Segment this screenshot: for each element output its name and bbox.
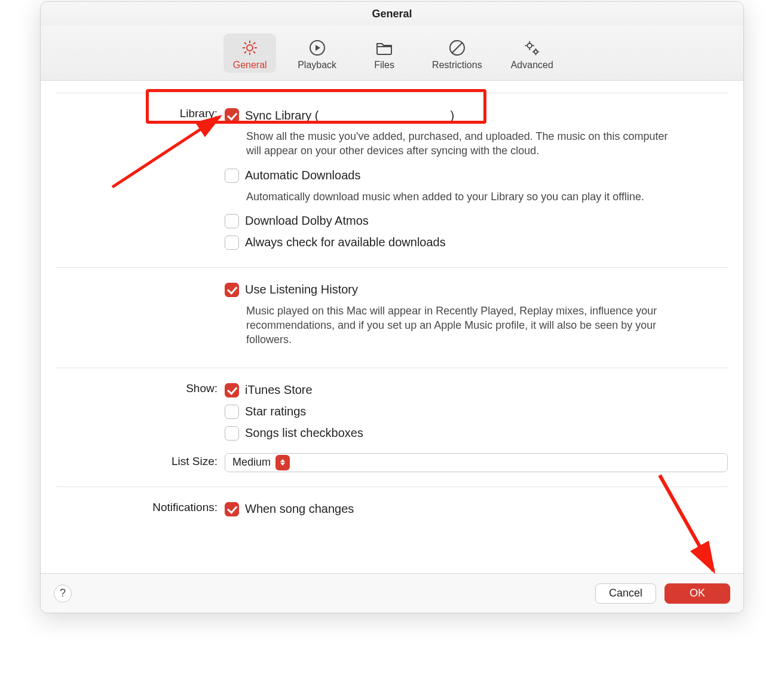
help-icon: ? bbox=[60, 587, 66, 600]
label-notifications: Notifications: bbox=[56, 499, 225, 514]
checkbox-dolby[interactable] bbox=[225, 214, 239, 228]
option-songs-checkboxes[interactable]: Songs list checkboxes bbox=[225, 423, 728, 444]
checkbox-star-ratings[interactable] bbox=[225, 405, 239, 419]
tab-label: Advanced bbox=[511, 60, 553, 71]
checkbox-always-check[interactable] bbox=[225, 236, 239, 250]
option-song-changes[interactable]: When song changes bbox=[225, 499, 728, 519]
tab-label: Playback bbox=[298, 60, 336, 71]
label-show: Show: bbox=[56, 380, 225, 395]
itunes-store-text: iTunes Store bbox=[245, 383, 313, 397]
option-dolby[interactable]: Download Dolby Atmos bbox=[225, 211, 728, 231]
section-library: Library: Sync Library () Show all the mu… bbox=[56, 93, 728, 267]
desc-sync-library: Show all the music you've added, purchas… bbox=[225, 127, 679, 164]
label-list-size: List Size: bbox=[56, 453, 225, 468]
window-title: General bbox=[41, 2, 743, 26]
footer: ? Cancel OK bbox=[41, 573, 743, 613]
tab-restrictions[interactable]: Restrictions bbox=[425, 33, 489, 73]
folder-icon bbox=[373, 37, 395, 59]
always-check-text: Always check for available downloads bbox=[245, 236, 446, 249]
option-itunes-store[interactable]: iTunes Store bbox=[225, 380, 728, 400]
label-library: Library: bbox=[56, 105, 225, 120]
play-icon bbox=[307, 37, 328, 59]
auto-downloads-text: Automatic Downloads bbox=[245, 169, 360, 182]
cancel-button[interactable]: Cancel bbox=[595, 583, 656, 604]
option-always-check[interactable]: Always check for available downloads bbox=[225, 233, 728, 253]
list-size-popup[interactable]: Medium bbox=[225, 453, 728, 472]
sync-library-suffix: ) bbox=[450, 109, 454, 122]
list-size-value: Medium bbox=[232, 456, 271, 469]
tab-general[interactable]: General bbox=[223, 33, 276, 73]
song-changes-text: When song changes bbox=[245, 502, 354, 516]
songs-checkboxes-text: Songs list checkboxes bbox=[245, 426, 363, 440]
tab-files[interactable]: Files bbox=[358, 33, 411, 73]
option-auto-downloads[interactable]: Automatic Downloads bbox=[225, 166, 728, 186]
svg-point-3 bbox=[528, 43, 532, 48]
option-sync-library[interactable]: Sync Library () bbox=[225, 105, 728, 126]
dolby-text: Download Dolby Atmos bbox=[245, 214, 369, 228]
section-notifications: Notifications: When song changes bbox=[56, 487, 728, 534]
tab-label: General bbox=[233, 60, 267, 71]
svg-point-4 bbox=[534, 50, 538, 53]
stepper-arrows-icon bbox=[275, 455, 290, 470]
option-listening-history[interactable]: Use Listening History bbox=[225, 280, 728, 300]
checkbox-auto-downloads[interactable] bbox=[225, 169, 239, 183]
checkbox-itunes-store[interactable] bbox=[225, 383, 239, 397]
listening-history-text: Use Listening History bbox=[245, 283, 358, 296]
desc-auto-downloads: Automatically download music when added … bbox=[225, 187, 679, 210]
option-star-ratings[interactable]: Star ratings bbox=[225, 402, 728, 422]
desc-listening-history: Music played on this Mac will appear in … bbox=[225, 301, 679, 353]
checkbox-listening-history[interactable] bbox=[225, 283, 239, 297]
help-button[interactable]: ? bbox=[54, 585, 72, 603]
sync-library-prefix: Sync Library ( bbox=[245, 109, 318, 122]
toolbar: General Playback Files Restrictions Adva… bbox=[41, 26, 743, 81]
gears-icon bbox=[521, 37, 543, 59]
tab-advanced[interactable]: Advanced bbox=[504, 33, 561, 73]
nosign-icon bbox=[446, 37, 468, 59]
preferences-window: General General Playback Files Restrict bbox=[40, 1, 744, 613]
cancel-label: Cancel bbox=[609, 587, 642, 600]
section-show: Show: iTunes Store Star ratings Songs li… bbox=[56, 368, 728, 487]
checkbox-sync-library[interactable] bbox=[225, 108, 239, 123]
ok-label: OK bbox=[690, 587, 705, 600]
ok-button[interactable]: OK bbox=[664, 583, 730, 604]
window-title-text: General bbox=[372, 8, 412, 20]
section-history: Use Listening History Music played on th… bbox=[56, 267, 728, 368]
tab-playback[interactable]: Playback bbox=[290, 33, 344, 73]
gear-icon bbox=[239, 37, 261, 59]
tab-label: Files bbox=[374, 60, 394, 71]
checkbox-song-changes[interactable] bbox=[225, 502, 239, 516]
tab-label: Restrictions bbox=[432, 60, 482, 71]
checkbox-songs-checkboxes[interactable] bbox=[225, 426, 239, 441]
star-ratings-text: Star ratings bbox=[245, 405, 306, 418]
content-area: Library: Sync Library () Show all the mu… bbox=[41, 81, 743, 573]
svg-point-0 bbox=[247, 45, 253, 51]
